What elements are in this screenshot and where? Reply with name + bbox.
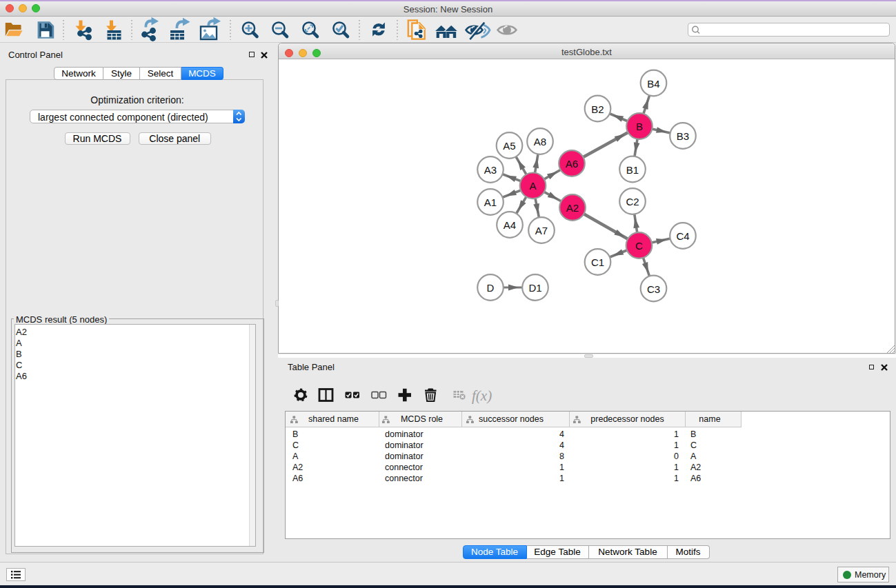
svg-text:B1: B1 (626, 164, 639, 176)
svg-text:A5: A5 (503, 140, 515, 152)
svg-text:A2: A2 (566, 202, 579, 214)
svg-text:C: C (635, 240, 643, 252)
svg-text:A1: A1 (484, 196, 497, 208)
svg-text:C3: C3 (647, 283, 660, 295)
svg-text:C1: C1 (591, 256, 604, 268)
svg-text:C4: C4 (676, 230, 689, 242)
svg-text:f(x): f(x) (472, 387, 492, 404)
svg-text:C2: C2 (626, 196, 639, 207)
svg-text:A8: A8 (534, 136, 546, 148)
svg-text:A7: A7 (535, 225, 548, 236)
svg-text:D: D (487, 282, 495, 294)
svg-text:B4: B4 (647, 78, 659, 90)
svg-text:A6: A6 (566, 158, 578, 170)
svg-text:D1: D1 (528, 282, 541, 294)
svg-text:B3: B3 (677, 130, 689, 142)
svg-text:B2: B2 (591, 103, 604, 115)
svg-text:A4: A4 (504, 219, 516, 231)
svg-text:B: B (636, 121, 643, 132)
svg-text:A3: A3 (484, 164, 497, 176)
svg-text:A: A (529, 180, 536, 192)
